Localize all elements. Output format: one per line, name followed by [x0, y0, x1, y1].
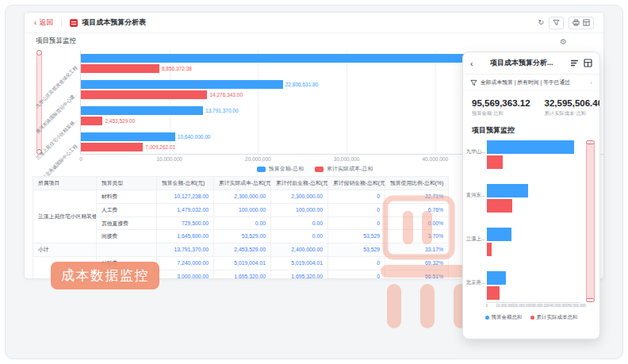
legend-item-budget[interactable]: 预算金额-总和 [257, 165, 304, 173]
refresh-icon[interactable]: ↻ [538, 19, 544, 26]
panel-bar-budget[interactable] [487, 228, 511, 241]
toolbar-divider [61, 18, 62, 27]
budget-type-cell: 其他直接费 [97, 216, 157, 230]
value-cell: 1,695,320.00 [271, 270, 328, 279]
filter-button[interactable] [549, 17, 564, 29]
bar-budget[interactable]: 10,640,000.00 [81, 132, 175, 141]
toolbar-actions: ↻ [538, 17, 594, 29]
panel-category-label: 九华山... [465, 148, 485, 155]
tools-button-group[interactable] [569, 17, 594, 29]
legend-item-actual[interactable]: 累计实际成本-总和 [315, 165, 373, 173]
metric-value: 95,569,363.12 [472, 98, 530, 108]
bar-actual[interactable]: 14,276,343.00 [81, 90, 207, 99]
back-button[interactable]: ‹ 返回 [34, 17, 53, 28]
budget-type-cell: 人工费 [97, 203, 157, 216]
value-cell: 0.00 [214, 216, 271, 230]
table-header-cell: 预算类型 [97, 177, 157, 190]
panel-bar-budget[interactable] [487, 140, 574, 154]
ratio-cell: 22.71% [385, 190, 449, 203]
panel-bar-actual[interactable] [487, 155, 503, 169]
value-cell: 1,479,032.00 [157, 203, 214, 216]
panel-datazoom-slider[interactable] [586, 141, 595, 301]
budget-type-cell [97, 243, 157, 257]
value-cell: 0 [328, 216, 385, 230]
legend-dot-blue [485, 316, 489, 320]
panel-header-icons [570, 59, 592, 67]
bar-actual[interactable]: 2,453,529.00 [81, 117, 102, 125]
panel-category-label: 北京燕... [465, 279, 485, 286]
x-tick-label: 20,000,000 [245, 156, 271, 162]
list-icon[interactable] [570, 59, 579, 67]
value-cell: 3,000,000.00 [157, 270, 214, 279]
bar-actual[interactable]: 8,856,372.38 [81, 64, 159, 73]
panel-bar-budget[interactable] [487, 271, 506, 285]
bar-value-label: 13,791,370.00 [205, 106, 239, 115]
page-title: 项目成本预算分析表 [82, 17, 146, 28]
value-cell: 5,019,004.01 [271, 257, 328, 270]
bar-budget[interactable]: 22,806,631.80 [81, 80, 283, 89]
panel-title: 项目成本预算分析... [477, 58, 566, 68]
x-tick-label: 10,000,000 [156, 156, 182, 162]
ratio-cell: 69.32% [385, 257, 449, 270]
subtotal-row: 小计 13,791,370.00 2,453,529.00 2,400,000.… [33, 243, 449, 257]
panel-chart: 九华山... 黄河东... 兰溪上... 北京燕... 0 10,000,000 [463, 140, 599, 328]
bar-value-label: 7,009,262.01 [145, 143, 175, 151]
bar-budget[interactable]: 48,331,361.32 [81, 54, 509, 63]
gear-icon[interactable]: ⚙ [560, 37, 567, 46]
table-row: 兰溪上苑住宅小区精装修第... 材料费 10,127,238.00 2,300,… [33, 190, 449, 203]
legend-label: 累计实际成本-总和 [327, 165, 373, 173]
section-header: 项目预算监控 [25, 33, 603, 48]
legend-label: 预算金额-总和 [269, 165, 304, 173]
value-cell: 10,127,238.00 [157, 190, 214, 203]
x-tick-label: 40,000,000 [550, 304, 569, 308]
back-label: 返回 [39, 17, 53, 28]
panel-bar-actual[interactable] [487, 243, 492, 256]
bar-actual[interactable]: 7,009,262.01 [81, 143, 143, 151]
value-cell: 100,000.00 [214, 203, 271, 216]
value-cell: 53,529 [328, 243, 385, 257]
value-cell: 0 [328, 203, 385, 216]
bar-group [487, 228, 580, 258]
legend-swatch-blue [257, 167, 266, 172]
panel-bar-actual[interactable] [487, 199, 512, 213]
metric-budget-total: 95,569,363.12 预算金额·总和 [472, 98, 530, 117]
legend-item-budget[interactable]: 预算金额总和 [485, 314, 523, 321]
x-tick-label: 0 [486, 304, 488, 308]
legend-label: 累计实际成本总和 [537, 314, 578, 321]
table-header-row: 所属项目 预算类型 预算金额-总和(元) 累计实际成本-总和(元) 累计付款金额… [33, 177, 449, 190]
x-tick-label: 20,000,000 [514, 304, 532, 308]
bar-group [487, 140, 580, 171]
slider-handle-top[interactable] [586, 140, 595, 144]
panel-metrics: 95,569,363.12 预算金额·总和 32,595,506.40 累计实际… [463, 91, 599, 121]
value-cell: 5,019,004.01 [214, 257, 271, 270]
value-cell: 0 [328, 257, 385, 270]
legend-item-actual[interactable]: 累计实际成本总和 [530, 314, 578, 321]
project-name-cell: 兰溪上苑住宅小区精装修第... [33, 190, 97, 243]
value-cell: 0.00 [271, 230, 328, 243]
value-cell: 0.00 [271, 216, 328, 230]
table-header-cell: 累计实际成本-总和(元) [214, 177, 271, 190]
table-header-cell: 所属项目 [33, 177, 97, 190]
panel-category-label: 黄河东... [465, 192, 485, 199]
bar-budget[interactable]: 13,791,370.00 [81, 106, 203, 115]
value-cell: 7,240,000.00 [157, 257, 214, 270]
value-cell: 2,300,000.00 [271, 190, 328, 203]
value-cell: 2,300,000.00 [214, 190, 271, 203]
table-header-cell: 预算使用比例-总和(%) [385, 177, 449, 190]
slider-handle-bottom[interactable] [586, 298, 595, 302]
x-tick-label: 10,000,000 [496, 304, 514, 308]
budget-type-cell: 间接费 [97, 230, 157, 243]
value-cell: 1,645,600.00 [157, 230, 214, 243]
panel-filter-bar[interactable]: 全部成本预算 | 所有时间 | 等于已通过 › [463, 75, 599, 91]
table-icon[interactable] [584, 59, 592, 67]
ratio-cell: 33.17% [385, 243, 449, 257]
value-cell: 1,695,320.00 [214, 270, 271, 279]
panel-bar-budget[interactable] [487, 184, 528, 197]
x-tick-label: 30,000,000 [532, 304, 550, 308]
panel-bar-actual[interactable] [487, 286, 500, 300]
value-cell: 13,791,370.00 [157, 243, 214, 257]
ratio-cell: 0.00% [385, 216, 449, 230]
bar-value-label: 10,640,000.00 [178, 132, 211, 141]
panel-back-icon[interactable]: ‹ [470, 59, 473, 68]
category-label: 九华山庄宾馆改造绿化工程 [34, 64, 79, 109]
